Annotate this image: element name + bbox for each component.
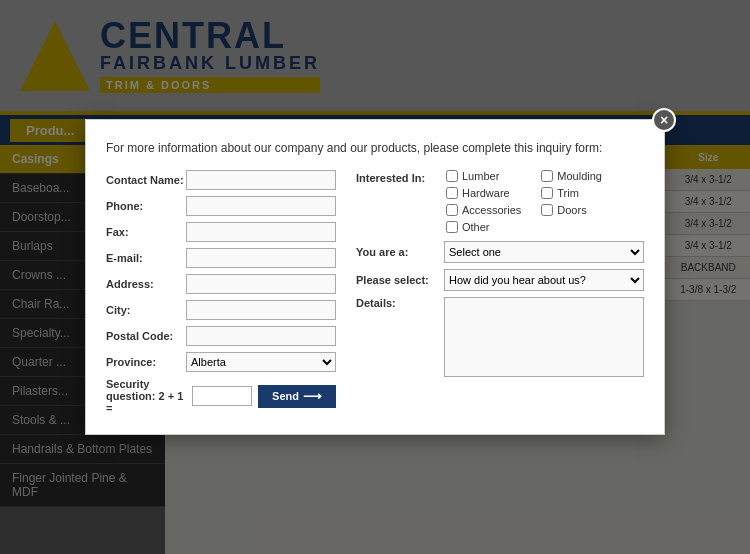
checkbox-hardware[interactable]: Hardware <box>446 187 521 199</box>
please-select-label: Please select: <box>356 274 436 286</box>
moulding-checkbox[interactable] <box>541 170 553 182</box>
modal-intro-text: For more information about our company a… <box>106 140 644 157</box>
email-label: E-mail: <box>106 252 186 264</box>
address-label: Address: <box>106 278 186 290</box>
you-are-select[interactable]: Select one Homeowner Contractor Builder … <box>444 241 644 263</box>
other-checkbox[interactable] <box>446 221 458 233</box>
province-select[interactable]: Alberta British Columbia Manitoba Ontari… <box>186 352 336 372</box>
form-right-column: Interested In: Lumber Hardware <box>356 170 644 414</box>
phone-field: Phone: <box>106 196 336 216</box>
address-input[interactable] <box>186 274 336 294</box>
checkbox-col-1: Lumber Hardware Accessories <box>446 170 521 233</box>
checkbox-doors[interactable]: Doors <box>541 204 602 216</box>
postal-code-field: Postal Code: <box>106 326 336 346</box>
checkbox-trim[interactable]: Trim <box>541 187 602 199</box>
lumber-checkbox[interactable] <box>446 170 458 182</box>
you-are-row: You are a: Select one Homeowner Contract… <box>356 241 644 263</box>
email-input[interactable] <box>186 248 336 268</box>
accessories-checkbox[interactable] <box>446 204 458 216</box>
you-are-label: You are a: <box>356 246 436 258</box>
security-label: Security question: 2 + 1 = <box>106 378 186 414</box>
checkbox-col-2: Moulding Trim Doors <box>541 170 602 233</box>
contact-name-label: Contact Name: <box>106 174 186 186</box>
checkbox-moulding[interactable]: Moulding <box>541 170 602 182</box>
details-row: Details: <box>356 297 644 377</box>
email-field: E-mail: <box>106 248 336 268</box>
details-textarea[interactable] <box>444 297 644 377</box>
security-answer-input[interactable] <box>192 386 252 406</box>
checkbox-other[interactable]: Other <box>446 221 521 233</box>
phone-label: Phone: <box>106 200 186 212</box>
send-arrow-icon: ⟶ <box>303 389 322 404</box>
contact-name-field: Contact Name: <box>106 170 336 190</box>
security-row: Security question: 2 + 1 = Send ⟶ <box>106 378 336 414</box>
checkbox-lumber[interactable]: Lumber <box>446 170 521 182</box>
address-field: Address: <box>106 274 336 294</box>
modal-overlay: × For more information about our company… <box>0 0 750 554</box>
form-left-column: Contact Name: Phone: Fax: E-mail: Addres… <box>106 170 336 414</box>
modal-close-button[interactable]: × <box>652 108 676 132</box>
postal-code-input[interactable] <box>186 326 336 346</box>
checkboxes-area: Lumber Hardware Accessories <box>446 170 602 233</box>
send-button[interactable]: Send ⟶ <box>258 385 336 408</box>
province-row: Province: Alberta British Columbia Manit… <box>106 352 336 372</box>
phone-input[interactable] <box>186 196 336 216</box>
fax-label: Fax: <box>106 226 186 238</box>
send-label: Send <box>272 390 299 402</box>
fax-field: Fax: <box>106 222 336 242</box>
trim-checkbox[interactable] <box>541 187 553 199</box>
city-input[interactable] <box>186 300 336 320</box>
inquiry-modal: × For more information about our company… <box>85 119 665 436</box>
city-label: City: <box>106 304 186 316</box>
fax-input[interactable] <box>186 222 336 242</box>
contact-name-input[interactable] <box>186 170 336 190</box>
hardware-checkbox[interactable] <box>446 187 458 199</box>
modal-body: Contact Name: Phone: Fax: E-mail: Addres… <box>106 170 644 414</box>
please-select-row: Please select: How did you hear about us… <box>356 269 644 291</box>
interested-in-label: Interested In: <box>356 170 436 233</box>
postal-code-label: Postal Code: <box>106 330 186 342</box>
checkbox-accessories[interactable]: Accessories <box>446 204 521 216</box>
interested-in-section: Interested In: Lumber Hardware <box>356 170 644 233</box>
province-label: Province: <box>106 356 186 368</box>
city-field: City: <box>106 300 336 320</box>
doors-checkbox[interactable] <box>541 204 553 216</box>
how-heard-select[interactable]: How did you hear about us? Internet Refe… <box>444 269 644 291</box>
details-label: Details: <box>356 297 436 377</box>
